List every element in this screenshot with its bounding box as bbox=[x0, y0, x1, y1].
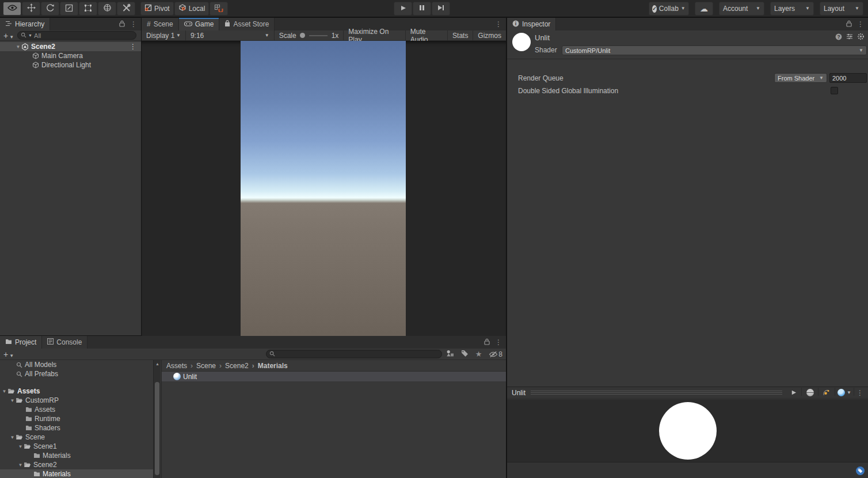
breadcrumb-item[interactable]: Scene bbox=[187, 362, 216, 370]
hidden-packages-button[interactable]: 8 bbox=[489, 350, 502, 358]
favorites-star-icon[interactable]: ★ bbox=[475, 350, 482, 358]
preview-mesh-button[interactable] bbox=[804, 388, 816, 398]
render-queue-value-field[interactable] bbox=[829, 73, 867, 83]
twisty-open-icon[interactable]: ▼ bbox=[15, 44, 21, 49]
tree-item-assets-root[interactable]: ▼ Assets bbox=[0, 387, 153, 396]
tab-console[interactable]: Console bbox=[42, 336, 87, 349]
preview-lighting-button[interactable] bbox=[821, 388, 832, 398]
search-filter-caret-icon[interactable]: ▼ bbox=[28, 33, 32, 37]
pause-button[interactable] bbox=[413, 2, 431, 16]
cloud-button[interactable]: ☁ bbox=[695, 2, 713, 16]
twisty-open-icon[interactable]: ▼ bbox=[9, 435, 16, 440]
project-search-input[interactable] bbox=[277, 351, 439, 358]
layout-dropdown[interactable]: Layout ▼ bbox=[820, 2, 863, 16]
kebab-menu-icon[interactable]: ⋮ bbox=[130, 43, 136, 50]
mute-audio-button[interactable]: Mute Audio bbox=[406, 30, 447, 40]
account-dropdown[interactable]: Account ▼ bbox=[719, 2, 764, 16]
kebab-menu-icon[interactable]: ⋮ bbox=[856, 389, 863, 396]
stats-button[interactable]: Stats bbox=[448, 30, 473, 40]
twisty-open-icon[interactable]: ▼ bbox=[1, 389, 7, 394]
preview-drag-handle[interactable] bbox=[531, 391, 782, 395]
display-dropdown[interactable]: Display 1 ▼ bbox=[142, 30, 185, 40]
grid-snap-button[interactable] bbox=[210, 2, 228, 16]
tab-inspector[interactable]: i Inspector bbox=[507, 18, 556, 30]
tab-project[interactable]: Project bbox=[0, 336, 42, 349]
breadcrumb-item[interactable]: Assets bbox=[166, 362, 187, 370]
hierarchy-create-button[interactable]: + ▼ bbox=[0, 31, 17, 40]
search-by-label-icon[interactable] bbox=[461, 350, 469, 359]
gizmos-dropdown[interactable]: Gizmos bbox=[473, 30, 506, 40]
tree-item-customrp-assets[interactable]: Assets bbox=[0, 405, 153, 414]
rect-tool-button[interactable] bbox=[79, 2, 97, 16]
project-create-button[interactable]: + ▼ bbox=[0, 350, 17, 359]
search-by-type-icon[interactable] bbox=[446, 350, 454, 359]
shader-dropdown[interactable]: CustomRP/Unlit ▼ bbox=[562, 45, 867, 55]
hierarchy-item-main-camera[interactable]: Main Camera bbox=[0, 51, 141, 60]
dsgi-checkbox[interactable] bbox=[831, 87, 838, 94]
lock-icon[interactable] bbox=[484, 338, 490, 347]
breadcrumb-item-current[interactable]: Materials bbox=[249, 362, 288, 370]
help-icon[interactable]: ? bbox=[835, 33, 842, 42]
layers-dropdown[interactable]: Layers ▼ bbox=[770, 2, 814, 16]
scale-slider-track[interactable] bbox=[309, 35, 328, 36]
game-render[interactable] bbox=[241, 41, 406, 336]
transform-tool-button[interactable] bbox=[98, 2, 116, 16]
tree-scrollbar[interactable]: ▲ bbox=[153, 360, 161, 478]
kebab-menu-icon[interactable]: ⋮ bbox=[495, 339, 502, 346]
custom-tools-button[interactable] bbox=[117, 2, 135, 16]
render-queue-dropdown[interactable]: From Shader ▼ bbox=[774, 73, 827, 83]
aspect-ratio-dropdown[interactable]: 9:16 ▼ bbox=[186, 30, 274, 40]
view-tool-button[interactable] bbox=[3, 2, 21, 16]
scroll-up-icon[interactable]: ▲ bbox=[155, 362, 159, 366]
tree-item-all-prefabs[interactable]: All Prefabs bbox=[0, 369, 153, 378]
presets-icon[interactable] bbox=[846, 33, 853, 41]
move-tool-button[interactable] bbox=[22, 2, 40, 16]
step-button[interactable] bbox=[432, 2, 450, 16]
hierarchy-search-input[interactable] bbox=[34, 32, 133, 39]
tab-asset-store[interactable]: Asset Store bbox=[219, 18, 275, 30]
tab-scene[interactable]: # Scene bbox=[142, 18, 179, 30]
tree-item-scene1-materials[interactable]: Materials bbox=[0, 451, 153, 460]
hierarchy-item-scene2[interactable]: ▼ Scene2 ⋮ bbox=[0, 42, 141, 51]
play-button[interactable] bbox=[394, 2, 412, 16]
tree-item-runtime[interactable]: Runtime bbox=[0, 414, 153, 423]
twisty-open-icon[interactable]: ▼ bbox=[9, 398, 16, 403]
gear-icon[interactable] bbox=[857, 33, 865, 42]
twisty-open-icon[interactable]: ▼ bbox=[17, 444, 24, 449]
tab-hierarchy[interactable]: Hierarchy bbox=[0, 18, 50, 30]
asset-item-unlit[interactable]: Unlit bbox=[162, 372, 506, 381]
tree-item-scene1[interactable]: ▼ Scene1 bbox=[0, 442, 153, 451]
maximize-on-play-button[interactable]: Maximize On Play bbox=[344, 30, 405, 40]
rotate-tool-button[interactable] bbox=[41, 2, 59, 16]
kebab-menu-icon[interactable]: ⋮ bbox=[857, 21, 864, 28]
kebab-menu-icon[interactable]: ⋮ bbox=[130, 21, 137, 28]
hierarchy-search[interactable]: ▼ bbox=[17, 31, 136, 40]
material-preview-header[interactable]: Unlit ▼ ⋮ bbox=[507, 387, 868, 399]
lock-icon[interactable] bbox=[846, 20, 852, 29]
preview-play-button[interactable] bbox=[787, 388, 799, 398]
project-search[interactable] bbox=[266, 350, 442, 358]
material-preview-area[interactable] bbox=[507, 399, 868, 462]
tree-item-scene2[interactable]: ▼ Scene2 bbox=[0, 460, 153, 469]
tree-item-shaders[interactable]: Shaders bbox=[0, 423, 153, 433]
collab-dropdown[interactable]: ✓ Collab ▼ bbox=[649, 2, 689, 16]
scale-slider[interactable]: Scale 1x bbox=[275, 30, 344, 40]
hierarchy-item-directional-light[interactable]: Directional Light bbox=[0, 60, 141, 70]
tree-item-scene2-materials-selected[interactable]: Materials bbox=[0, 469, 153, 478]
tree-item-label: Assets bbox=[17, 387, 40, 395]
pivot-toggle-button[interactable]: Pivot bbox=[140, 2, 174, 16]
preview-environment-dropdown[interactable]: ▼ bbox=[837, 388, 851, 398]
local-toggle-button[interactable]: Local bbox=[174, 2, 210, 16]
tab-game[interactable]: Game bbox=[179, 18, 220, 30]
scale-slider-knob[interactable] bbox=[300, 33, 305, 38]
twisty-open-icon[interactable]: ▼ bbox=[17, 462, 24, 468]
tree-item-scene[interactable]: ▼ Scene bbox=[0, 433, 153, 442]
breadcrumb-item[interactable]: Scene2 bbox=[216, 362, 249, 370]
kebab-menu-icon[interactable]: ⋮ bbox=[495, 21, 502, 28]
lock-icon[interactable] bbox=[119, 20, 125, 29]
tree-item-customrp[interactable]: ▼ CustomRP bbox=[0, 396, 153, 405]
scale-tool-button[interactable] bbox=[60, 2, 78, 16]
tree-scrollbar-thumb[interactable] bbox=[155, 382, 159, 475]
tree-item-all-models[interactable]: All Models bbox=[0, 360, 153, 369]
asset-labels-button[interactable] bbox=[856, 466, 865, 475]
